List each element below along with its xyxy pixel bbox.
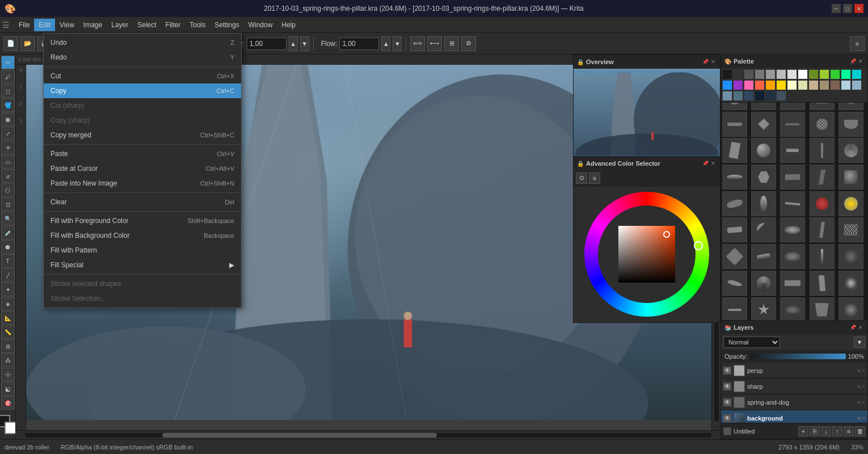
layers-duplicate[interactable]: ⎘ bbox=[810, 426, 820, 436]
tb-wrap[interactable]: ⊞ bbox=[444, 36, 459, 51]
opacity-input[interactable] bbox=[247, 37, 286, 50]
tool-eraser[interactable]: ◻ bbox=[1, 84, 15, 98]
brush-cell[interactable] bbox=[780, 244, 805, 269]
tb-panel-toggle[interactable]: ≡ bbox=[850, 36, 865, 51]
brush-cell[interactable] bbox=[780, 112, 805, 137]
ctx-fill-bg[interactable]: Fill with Background Color Backspace bbox=[44, 228, 241, 243]
palette-color-swatch[interactable] bbox=[733, 91, 743, 101]
color-wheel[interactable] bbox=[584, 192, 709, 317]
menu-window[interactable]: Window bbox=[244, 19, 277, 31]
tool-contiguous[interactable]: ⬕ bbox=[1, 382, 15, 396]
ctx-undo[interactable]: Undo Z bbox=[44, 35, 241, 50]
tb-open[interactable]: 📂 bbox=[20, 36, 35, 51]
palette-close[interactable]: ✕ bbox=[857, 58, 864, 65]
layer-vis-spring[interactable]: 👁 bbox=[723, 398, 731, 406]
layers-properties[interactable]: ≡ bbox=[844, 426, 854, 436]
overview-pin[interactable]: 📌 bbox=[702, 58, 709, 65]
brush-cell[interactable] bbox=[780, 138, 805, 163]
tool-crop[interactable]: ⊡ bbox=[1, 197, 15, 211]
brush-cell[interactable] bbox=[722, 297, 747, 322]
ctx-paste-cursor[interactable]: Paste at Cursor Ctrl+Alt+V bbox=[44, 161, 241, 176]
menu-view[interactable]: View bbox=[55, 19, 79, 31]
tool-gradient[interactable]: ▣ bbox=[1, 112, 15, 126]
brush-cell[interactable] bbox=[722, 138, 747, 163]
tool-grid[interactable]: ⊞ bbox=[1, 339, 15, 353]
brush-cell[interactable] bbox=[838, 244, 863, 269]
tool-assistant[interactable]: 📐 bbox=[1, 311, 15, 325]
flow-up[interactable]: ▲ bbox=[381, 36, 390, 51]
minimize-button[interactable]: ─ bbox=[832, 4, 841, 13]
window-controls[interactable]: ─ □ ✕ bbox=[832, 4, 863, 13]
brush-cell[interactable] bbox=[751, 112, 776, 137]
brush-cell[interactable] bbox=[810, 217, 835, 242]
ctx-copy[interactable]: Copy Ctrl+C bbox=[44, 83, 241, 98]
brush-cell[interactable] bbox=[780, 165, 805, 190]
brush-cell[interactable] bbox=[838, 191, 863, 216]
tool-transform[interactable]: ⤢ bbox=[1, 127, 15, 140]
tool-zoom[interactable]: 🔍 bbox=[1, 212, 15, 225]
menu-layer[interactable]: Layer bbox=[107, 19, 133, 31]
palette-color-swatch[interactable] bbox=[776, 91, 786, 101]
tool-smart-patch[interactable]: ◈ bbox=[1, 297, 15, 310]
brush-cell[interactable] bbox=[838, 297, 863, 322]
flow-down[interactable]: ▼ bbox=[393, 36, 402, 51]
brush-cell[interactable] bbox=[751, 271, 776, 296]
tool-path[interactable]: ✦ bbox=[1, 283, 15, 296]
palette-color-swatch[interactable] bbox=[733, 69, 743, 79]
palette-color-swatch[interactable] bbox=[808, 80, 819, 90]
color-wheel-container[interactable] bbox=[574, 186, 720, 322]
layers-move-down[interactable]: ↓ bbox=[821, 426, 831, 436]
menu-image[interactable]: Image bbox=[79, 19, 107, 31]
brush-cell[interactable] bbox=[838, 217, 863, 242]
tb-mirror-h[interactable]: ⟺ bbox=[410, 36, 425, 51]
brush-cell[interactable] bbox=[722, 244, 747, 269]
palette-color-swatch[interactable] bbox=[744, 91, 754, 101]
tool-shape[interactable]: ⬟ bbox=[1, 240, 15, 254]
brush-cell[interactable] bbox=[751, 138, 776, 163]
tool-add[interactable]: ➕ bbox=[1, 368, 15, 381]
tool-measure[interactable]: 📏 bbox=[1, 325, 15, 339]
tool-color-picker[interactable]: 🎯 bbox=[1, 396, 15, 410]
palette-pin[interactable]: 📌 bbox=[849, 58, 856, 65]
layers-pin[interactable]: 📌 bbox=[849, 324, 856, 331]
palette-color-swatch[interactable] bbox=[765, 91, 776, 101]
tb-mirror-v[interactable]: ⟻ bbox=[427, 36, 442, 51]
brush-cell[interactable] bbox=[810, 191, 835, 216]
ctx-paste[interactable]: Paste Ctrl+V bbox=[44, 146, 241, 161]
opacity-down[interactable]: ▼ bbox=[300, 36, 309, 51]
layers-add[interactable]: + bbox=[798, 426, 808, 436]
ctx-fill-fg[interactable]: Fill with Foreground Color Shift+Backspa… bbox=[44, 213, 241, 228]
brush-cell[interactable] bbox=[751, 297, 776, 322]
layer-item-sharp[interactable]: 👁 sharp α × bbox=[721, 379, 867, 394]
palette-color-swatch[interactable] bbox=[733, 80, 743, 90]
palette-color-swatch[interactable] bbox=[852, 80, 862, 90]
layer-vis-persp[interactable]: 👁 bbox=[723, 367, 731, 375]
h-scrollbar[interactable] bbox=[16, 430, 720, 439]
tool-selection-lasso[interactable]: ⌀ bbox=[1, 169, 15, 183]
brush-cell[interactable] bbox=[838, 271, 863, 296]
background-color[interactable] bbox=[5, 422, 16, 434]
color-selector-close[interactable]: ✕ bbox=[710, 160, 717, 167]
layers-delete[interactable]: 🗑 bbox=[855, 426, 865, 436]
palette-color-swatch[interactable] bbox=[755, 91, 765, 101]
menu-file[interactable]: File bbox=[14, 19, 34, 31]
palette-color-swatch[interactable] bbox=[819, 69, 829, 79]
brush-cell[interactable] bbox=[722, 191, 747, 216]
brush-cell[interactable] bbox=[810, 271, 835, 296]
palette-color-swatch[interactable] bbox=[830, 69, 840, 79]
maximize-button[interactable]: □ bbox=[843, 4, 852, 13]
menu-help[interactable]: Help bbox=[277, 19, 300, 31]
layers-close[interactable]: ✕ bbox=[857, 324, 864, 331]
palette-color-swatch[interactable] bbox=[841, 69, 851, 79]
opacity-bar[interactable] bbox=[749, 354, 846, 359]
menu-edit[interactable]: Edit bbox=[34, 19, 55, 31]
color-selector-sliders-btn[interactable]: ≡ bbox=[589, 173, 600, 184]
brush-cell[interactable] bbox=[780, 271, 805, 296]
palette-color-swatch[interactable] bbox=[776, 80, 786, 90]
flow-input[interactable] bbox=[339, 37, 379, 50]
ctx-copy-merged[interactable]: Copy merged Ctrl+Shift+C bbox=[44, 128, 241, 142]
brush-cell[interactable] bbox=[810, 112, 835, 137]
palette-color-swatch[interactable] bbox=[798, 69, 808, 79]
color-selector-wheel-btn[interactable]: ⊙ bbox=[576, 173, 587, 184]
ctx-cut[interactable]: Cut Ctrl+X bbox=[44, 69, 241, 83]
